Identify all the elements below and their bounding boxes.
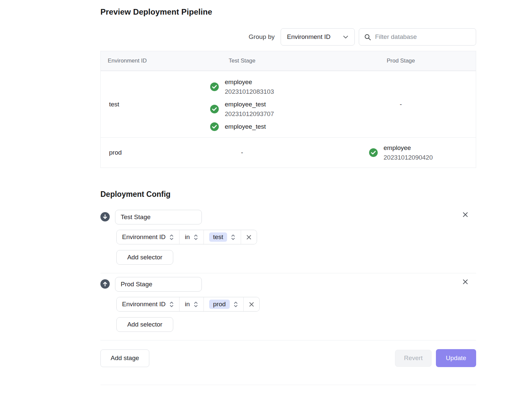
filter-database-box — [359, 28, 476, 46]
table-toolbar: Group by Environment ID — [100, 28, 476, 46]
stage-name-input[interactable] — [115, 210, 202, 224]
up-down-icon — [169, 301, 174, 308]
deployment-config-title: Deployment Config — [100, 190, 476, 199]
up-down-icon — [194, 234, 198, 241]
chevron-down-icon — [343, 35, 348, 39]
column-header-prod-stage: Prod Stage — [326, 58, 476, 64]
selector-operator-select[interactable]: in — [180, 297, 204, 311]
column-header-environment-id: Environment ID — [101, 58, 158, 64]
stage-config-prod: Environment ID in prod — [100, 277, 476, 332]
close-icon — [246, 234, 252, 240]
up-down-icon — [233, 301, 238, 308]
database-name: employee_test — [225, 99, 274, 109]
column-header-test-stage: Test Stage — [158, 58, 326, 64]
check-circle-icon — [210, 122, 219, 131]
group-by-select[interactable]: Environment ID — [281, 28, 355, 46]
environment-id-cell: test — [101, 101, 158, 108]
group-by-value: Environment ID — [287, 33, 331, 41]
selector-operator-value: in — [185, 233, 190, 241]
remove-stage-button[interactable] — [461, 277, 470, 287]
selector-key-select[interactable]: Environment ID — [117, 230, 180, 244]
config-footer: Add stage Revert Update — [100, 349, 476, 367]
up-down-icon — [169, 234, 174, 241]
down-arrow-circle-icon — [100, 212, 110, 221]
database-entry: employee_test 20231012093707 — [210, 99, 274, 119]
update-button[interactable]: Update — [436, 349, 476, 367]
stage-name-input[interactable] — [115, 277, 202, 292]
add-selector-button[interactable]: Add selector — [116, 317, 173, 332]
remove-selector-button[interactable] — [241, 230, 257, 244]
revert-button[interactable]: Revert — [395, 350, 432, 367]
selector-row: Environment ID in prod — [116, 297, 260, 312]
database-name: employee — [384, 143, 433, 153]
selector-value-pill: test — [209, 232, 227, 242]
up-arrow-circle-icon — [100, 279, 110, 289]
filter-database-input[interactable] — [375, 33, 471, 41]
main-panel: Preview Deployment Pipeline Group by Env… — [100, 0, 476, 385]
selector-key-select[interactable]: Environment ID — [117, 297, 180, 311]
bottom-divider — [100, 385, 476, 385]
selector-key-value: Environment ID — [122, 301, 166, 308]
database-name: employee_test — [225, 122, 266, 131]
selector-row: Environment ID in test — [116, 230, 257, 244]
database-timestamp: 20231012083103 — [225, 87, 274, 96]
selector-operator-select[interactable]: in — [180, 230, 204, 244]
table-row-test: test employee 20231012083103 — [101, 71, 476, 137]
test-stage-empty-cell: - — [158, 149, 326, 156]
selector-value-select[interactable]: test — [204, 230, 241, 244]
group-by-label: Group by — [249, 33, 275, 41]
close-icon — [462, 214, 469, 219]
add-stage-button[interactable]: Add stage — [100, 349, 149, 367]
selector-operator-value: in — [185, 301, 190, 308]
add-selector-button[interactable]: Add selector — [116, 250, 173, 265]
database-entry: employee 20231012090420 — [369, 143, 433, 162]
selector-key-value: Environment ID — [122, 233, 166, 241]
pipeline-table: Environment ID Test Stage Prod Stage tes… — [100, 51, 476, 168]
divider — [100, 340, 476, 340]
check-circle-icon — [210, 82, 219, 91]
stage-config-test: Environment ID in test — [100, 210, 476, 265]
database-name: employee — [225, 77, 274, 87]
page-title: Preview Deployment Pipeline — [100, 7, 476, 17]
remove-selector-button[interactable] — [244, 297, 259, 311]
selector-value-pill: prod — [209, 300, 230, 309]
selector-value-select[interactable]: prod — [204, 297, 244, 311]
close-icon — [462, 281, 469, 286]
check-circle-icon — [210, 105, 219, 113]
check-circle-icon — [369, 148, 378, 157]
environment-id-cell: prod — [101, 149, 158, 156]
database-timestamp: 20231012090420 — [384, 153, 433, 162]
close-icon — [249, 302, 254, 307]
divider — [100, 273, 476, 273]
database-entry: employee 20231012083103 — [210, 77, 274, 96]
pipeline-table-header: Environment ID Test Stage Prod Stage — [101, 51, 476, 71]
search-icon — [364, 34, 371, 41]
table-row-prod: prod - employee 20231012090420 — [101, 137, 476, 168]
database-entry: employee_test — [210, 122, 274, 131]
up-down-icon — [194, 301, 198, 308]
prod-stage-empty-cell: - — [326, 101, 476, 108]
prod-stage-cell: employee 20231012090420 — [326, 138, 476, 168]
database-timestamp: 20231012093707 — [225, 109, 274, 119]
remove-stage-button[interactable] — [461, 210, 470, 219]
test-stage-cell: employee 20231012083103 employee_test 20… — [158, 72, 326, 137]
up-down-icon — [231, 234, 235, 241]
